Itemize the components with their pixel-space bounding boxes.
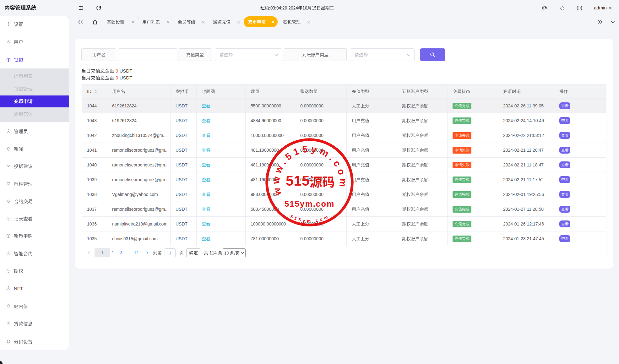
svg-text:515ym.com: 515ym.com (285, 199, 335, 209)
svg-text:www.515ym.com: www.515ym.com (270, 144, 348, 197)
